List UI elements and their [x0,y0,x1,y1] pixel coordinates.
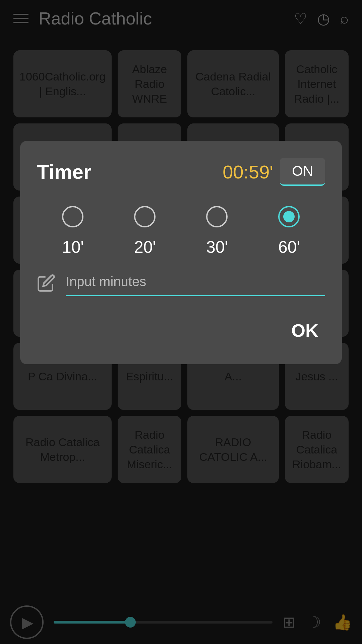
timer-header: Timer 00:59' ON [37,158,325,186]
timer-radio-row: 10' 20' 30' 60' [37,206,325,257]
timer-on-button[interactable]: ON [280,158,325,186]
minutes-input-area: Input minutes [66,274,325,296]
timer-option-10[interactable]: 10' [62,206,84,257]
timer-option-60[interactable]: 60' [278,206,300,257]
edit-icon [37,274,56,297]
timer-header-right: 00:59' ON [223,158,325,186]
radio-label-20: 20' [134,237,156,257]
minutes-input-placeholder: Input minutes [66,274,325,289]
timer-dialog: Timer 00:59' ON 10' 20' 30' 60' [20,141,342,364]
input-underline [66,295,325,296]
timer-input-section: Input minutes [37,274,325,297]
timer-option-30[interactable]: 30' [206,206,228,257]
radio-circle-30[interactable] [206,206,228,227]
radio-circle-20[interactable] [134,206,156,227]
timer-option-20[interactable]: 20' [134,206,156,257]
radio-label-60: 60' [278,237,300,257]
radio-circle-60[interactable] [278,206,300,227]
ok-button-row: OK [37,317,325,344]
timer-time-display: 00:59' [223,161,273,183]
radio-label-10: 10' [62,237,84,257]
timer-title: Timer [37,160,91,183]
radio-circle-10[interactable] [62,206,83,227]
ok-button[interactable]: OK [285,317,325,344]
radio-label-30: 30' [206,237,228,257]
